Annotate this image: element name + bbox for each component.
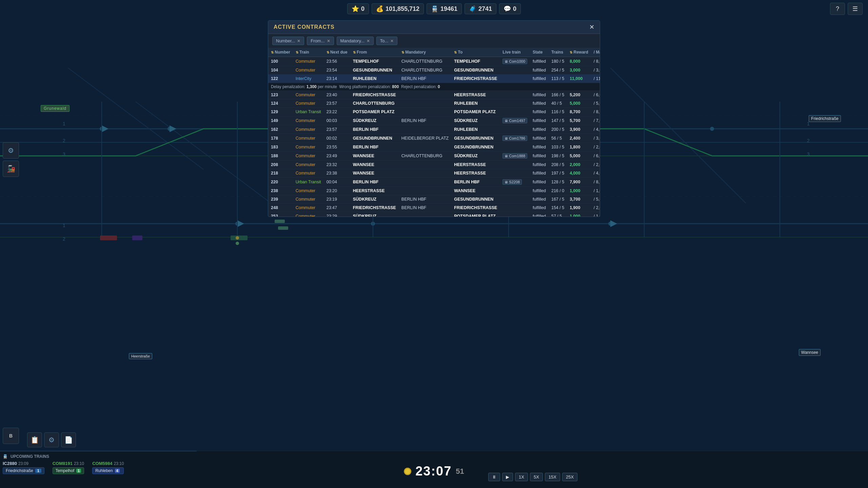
- cell-live-train: 🖥 Com1888: [500, 151, 530, 161]
- cell-from: SÜDKREUZ: [350, 116, 399, 125]
- cell-max: / 5,000: [591, 99, 600, 108]
- col-trains: Trains: [549, 48, 567, 57]
- cell-number: 238: [268, 187, 293, 195]
- cell-to: BERLIN HBF: [451, 178, 500, 187]
- col-to[interactable]: ⇅ To: [451, 48, 500, 57]
- cell-mandatory: BERLIN HBF: [399, 195, 451, 204]
- filter-from-remove[interactable]: ✕: [327, 39, 330, 43]
- table-row[interactable]: 100 Commuter 23:56 TEMPELHOF CHARLOTTENB…: [268, 57, 600, 66]
- cell-from: GESUNDBRUNNEN: [350, 66, 399, 75]
- cell-reward: 1,000: [567, 212, 591, 217]
- cell-next-due: 23:57: [324, 99, 350, 108]
- table-row[interactable]: 104 Commuter 23:54 GESUNDBRUNNEN CHARLOT…: [268, 66, 600, 75]
- penalty-details: Delay penalization: 1,300 per minute Wro…: [268, 83, 600, 91]
- cell-trains: 208 / 5: [549, 161, 567, 169]
- filter-mandatory-label: Mandatory...: [340, 38, 364, 43]
- cell-to: FRIEDRICHSTRASSE: [451, 204, 500, 212]
- cell-mandatory: [399, 143, 451, 151]
- cell-state: fulfilled: [530, 108, 549, 116]
- cell-number: 123: [268, 91, 293, 99]
- filter-to[interactable]: To... ✕: [376, 37, 398, 45]
- col-from[interactable]: ⇅ From: [350, 48, 399, 57]
- cell-max: / 6,000: [591, 91, 600, 99]
- cell-number: 178: [268, 134, 293, 143]
- cell-number: 188: [268, 151, 293, 161]
- cell-mandatory: CHARLOTTENBURG: [399, 151, 451, 161]
- table-row[interactable]: 220 Urban Transit 00:04 BERLIN HBF BERLI…: [268, 178, 600, 187]
- cell-live-train: [500, 108, 530, 116]
- cell-train-type: Commuter: [293, 143, 324, 151]
- cell-from: BERLIN HBF: [350, 178, 399, 187]
- cell-from: RUHLEBEN: [350, 75, 399, 83]
- cell-mandatory: [399, 125, 451, 134]
- cell-to: GESUNDBRUNNEN: [451, 134, 500, 143]
- cell-live-train: 🖥 Com1497: [500, 116, 530, 125]
- cell-trains: 180 / 5: [549, 57, 567, 66]
- cell-live-train: 🖥 S2208: [500, 178, 530, 187]
- table-row[interactable]: 239 Commuter 23:19 SÜDKREUZ BERLIN HBF G…: [268, 195, 600, 204]
- cell-state: fulfilled: [530, 169, 549, 178]
- cell-trains: 200 / 5: [549, 125, 567, 134]
- cell-reward: 3,000: [567, 66, 591, 75]
- table-row[interactable]: 238 Commuter 23:20 HEERSTRASSE WANNSEE f…: [268, 187, 600, 195]
- filter-mandatory-remove[interactable]: ✕: [367, 39, 370, 43]
- filters-row: Number... ✕ From... ✕ Mandatory... ✕ To.…: [268, 34, 600, 48]
- cell-trains: 57 / 5: [549, 212, 567, 217]
- filter-number-remove[interactable]: ✕: [297, 39, 300, 43]
- col-state: State: [530, 48, 549, 57]
- cell-max: / 7,000: [591, 116, 600, 125]
- cell-to: POTSDAMER PLATZ: [451, 212, 500, 217]
- table-row[interactable]: 123 Commuter 23:40 FRIEDRICHSTRASSE HEER…: [268, 91, 600, 99]
- cell-number: 239: [268, 195, 293, 204]
- table-row[interactable]: 188 Commuter 23:49 WANNSEE CHARLOTTENBUR…: [268, 151, 600, 161]
- table-row[interactable]: 149 Commuter 00:03 SÜDKREUZ BERLIN HBF S…: [268, 116, 600, 125]
- table-row[interactable]: 248 Commuter 23:47 FRIEDRICHSTRASSE BERL…: [268, 204, 600, 212]
- col-number[interactable]: ⇅ Number: [268, 48, 293, 57]
- cell-reward: 11,000: [567, 75, 591, 83]
- table-row[interactable]: 178 Commuter 00:02 GESUNDBRUNNEN HEIDELB…: [268, 134, 600, 143]
- table-row[interactable]: 124 Commuter 23:57 CHARLOTTENBURG RUHLEB…: [268, 99, 600, 108]
- cell-state: fulfilled: [530, 204, 549, 212]
- table-row[interactable]: 253 Commuter 23:29 SÜDKREUZ POTSDAMER PL…: [268, 212, 600, 217]
- cell-from: BERLIN HBF: [350, 125, 399, 134]
- cell-max: / 4,000: [591, 125, 600, 134]
- filter-to-remove[interactable]: ✕: [390, 39, 394, 43]
- cell-from: FRIEDRICHSTRASSE: [350, 91, 399, 99]
- table-row[interactable]: 162 Commuter 23:57 BERLIN HBF RUHLEBEN f…: [268, 125, 600, 134]
- col-mandatory[interactable]: ⇅ Mandatory: [399, 48, 451, 57]
- filter-number[interactable]: Number... ✕: [272, 37, 304, 45]
- table-row[interactable]: 208 Commuter 23:32 WANNSEE HEERSTRASSE f…: [268, 161, 600, 169]
- cell-next-due: 23:47: [324, 204, 350, 212]
- table-row[interactable]: 129 Urban Transit 23:22 POTSDAMER PLATZ …: [268, 108, 600, 116]
- cell-max: / 2,000: [591, 143, 600, 151]
- table-row[interactable]: 183 Commuter 23:55 BERLIN HBF GESUNDBRUN…: [268, 143, 600, 151]
- cell-to: HEERSTRASSE: [451, 161, 500, 169]
- cell-train-type: Urban Transit: [293, 178, 324, 187]
- col-reward[interactable]: ⇅ Reward: [567, 48, 591, 57]
- cell-max: / 1,000: [591, 187, 600, 195]
- cell-number: 129: [268, 108, 293, 116]
- cell-trains: 128 / 5: [549, 178, 567, 187]
- filter-from[interactable]: From... ✕: [307, 37, 334, 45]
- filter-mandatory[interactable]: Mandatory... ✕: [337, 37, 374, 45]
- cell-max: / 6,000: [591, 151, 600, 161]
- col-next-due[interactable]: ⇅ Next due: [324, 48, 350, 57]
- table-row[interactable]: 122 InterCity 23:14 RUHLEBEN BERLIN HBF …: [268, 75, 600, 83]
- cell-mandatory: [399, 212, 451, 217]
- cell-train-type: InterCity: [293, 75, 324, 83]
- col-train[interactable]: ⇅ Train: [293, 48, 324, 57]
- cell-number: 253: [268, 212, 293, 217]
- cell-mandatory: [399, 108, 451, 116]
- cell-next-due: 23:57: [324, 125, 350, 134]
- cell-trains: 198 / 5: [549, 151, 567, 161]
- cell-mandatory: BERLIN HBF: [399, 116, 451, 125]
- contracts-table-container[interactable]: ⇅ Number ⇅ Train ⇅ Next due ⇅ From ⇅ Man…: [268, 48, 600, 217]
- cell-state: fulfilled: [530, 134, 549, 143]
- cell-live-train: [500, 169, 530, 178]
- cell-number: 208: [268, 161, 293, 169]
- filter-to-label: To...: [380, 38, 389, 43]
- cell-train-type: Commuter: [293, 187, 324, 195]
- cell-train-type: Commuter: [293, 169, 324, 178]
- table-row[interactable]: 218 Commuter 23:38 WANNSEE HEERSTRASSE f…: [268, 169, 600, 178]
- close-button[interactable]: ✕: [589, 24, 594, 30]
